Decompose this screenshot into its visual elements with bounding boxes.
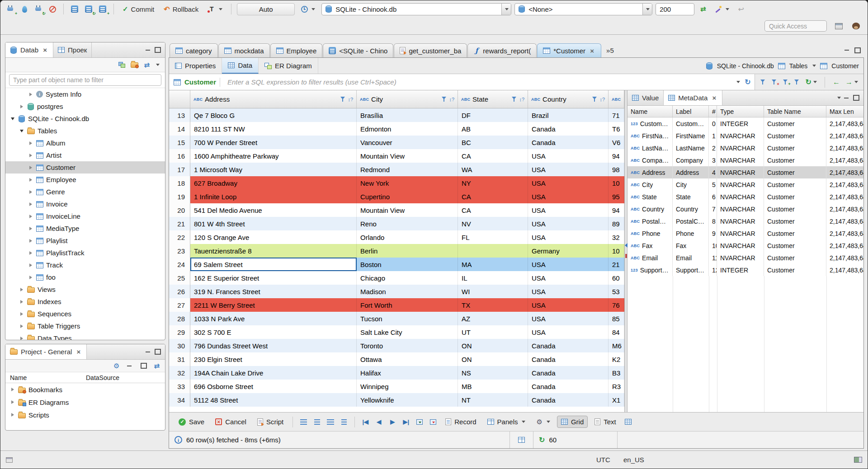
meta-cell-label[interactable]: Company [673,154,709,166]
expander-icon[interactable] [28,178,33,182]
dropdown-button[interactable] [501,4,511,15]
minimize-icon[interactable] [143,46,152,54]
row-number[interactable]: 14 [169,122,190,136]
cell-address[interactable]: 627 Broadway [190,176,357,190]
cell-city[interactable]: Cupertino [357,190,458,203]
meta-cell-maxlen[interactable]: 2,147,483,647 [826,154,863,166]
meta-cell-ordinal[interactable]: 9 [709,227,717,239]
cell-country[interactable]: USA [528,190,609,203]
cell-city[interactable]: Chicago [357,271,458,285]
row-number[interactable]: 27 [169,298,190,312]
cell-postal[interactable]: X1 [609,393,624,407]
row-number[interactable]: 21 [169,217,190,230]
grid-column-header[interactable]: ABC Address [190,90,357,108]
tree-item[interactable]: Customer [5,161,165,174]
undo-icon[interactable] [736,4,746,14]
column-header-datasource[interactable]: DataSource [86,374,119,381]
metadata-column-header[interactable]: Max Len [826,106,863,117]
magic-wand-button[interactable] [712,5,732,14]
cell-state[interactable]: WI [458,285,528,298]
cell-city[interactable]: Mountain View [357,149,458,163]
cell-state[interactable]: CA [458,149,528,163]
row-number[interactable]: 28 [169,312,190,325]
metadata-row[interactable]: ABCCity City 5 NVARCHAR Customer 2,147,4… [627,178,863,191]
expander-icon[interactable] [19,337,24,340]
meta-cell-label[interactable]: FirstName [673,130,709,142]
row-number[interactable]: 25 [169,271,190,285]
cell-city[interactable]: Edmonton [357,122,458,136]
expander-icon[interactable] [28,202,33,206]
meta-cell-table[interactable]: Customer [764,117,826,130]
meta-cell-table[interactable]: Customer [764,166,826,178]
row-number[interactable]: 22 [169,230,190,244]
cell-address[interactable]: 541 Del Medio Avenue [190,203,357,217]
cell-state[interactable]: UT [458,325,528,339]
meta-cell-table[interactable]: Customer [764,227,826,239]
cell-country[interactable]: USA [528,203,609,217]
expander-icon[interactable] [19,300,24,304]
meta-cell-name[interactable]: ABCPhone [627,227,673,239]
apply-filter-icon[interactable] [745,78,750,86]
cell-state[interactable]: NS [458,366,528,380]
minimize-icon[interactable] [842,46,851,54]
metadata-row[interactable]: 123SupportRepId SupportRepId 12 INTEGER … [627,264,863,276]
view-menu-icon[interactable] [156,64,160,66]
cell-postal[interactable]: M6 [609,339,624,352]
cell-postal[interactable]: R3 [609,380,624,393]
auto-refresh-icon[interactable] [539,436,545,444]
row-number[interactable]: 26 [169,285,190,298]
metadata-row[interactable]: ABCPostalCode PostalCode 8 NVARCHAR Cust… [627,215,863,227]
meta-cell-table[interactable]: Customer [764,203,826,215]
close-icon[interactable] [42,47,48,53]
minimize-icon[interactable] [842,94,851,102]
metadata-column-header[interactable]: Table Name [764,106,826,117]
meta-cell-name[interactable]: ABCCompany [627,154,673,166]
cell-city[interactable]: Brasília [357,108,458,122]
meta-cell-table[interactable]: Customer [764,178,826,191]
meta-cell-name[interactable]: ABCState [627,191,673,203]
cell-address[interactable]: 801 W 4th Street [190,217,357,230]
cell-country[interactable]: Canada [528,339,609,352]
grid-column-header[interactable]: ABC City [357,90,458,108]
row-number[interactable]: 23 [169,244,190,258]
meta-cell-type[interactable]: NVARCHAR [717,142,764,154]
cell-country[interactable]: USA [528,298,609,312]
row-number[interactable]: 19 [169,190,190,203]
panel-splitter[interactable] [624,90,627,412]
cell-state[interactable]: DF [458,108,528,122]
script-button[interactable]: Script [253,416,288,428]
recent-sql-editor-icon[interactable] [83,4,94,14]
metadata-row[interactable]: ABCLastName LastName 2 NVARCHAR Customer… [627,142,863,154]
meta-cell-label[interactable]: City [673,178,709,191]
cell-address[interactable]: 1600 Amphitheatre Parkway [190,149,357,163]
meta-cell-ordinal[interactable]: 0 [709,117,717,130]
meta-cell-ordinal[interactable]: 10 [709,239,717,252]
expander-icon[interactable] [28,276,33,279]
cell-address[interactable]: 700 W Pender Street [190,136,357,149]
filter-menu-icon[interactable] [794,79,800,85]
tree-item[interactable]: System Info [5,88,165,100]
sql-editor-icon[interactable] [69,4,80,14]
cell-postal[interactable]: 94 [609,149,624,163]
cell-address[interactable]: 69 Salem Street [190,258,357,271]
metadata-tab[interactable]: MetaData [664,90,722,105]
switch-presentation-icon[interactable] [623,417,634,427]
column-header-name[interactable]: Name [5,374,86,381]
cell-postal[interactable]: B3 [609,366,624,380]
meta-cell-type[interactable]: INTEGER [717,117,764,130]
meta-cell-name[interactable]: ABCEmail [627,252,673,264]
row-number[interactable]: 13 [169,108,190,122]
meta-cell-maxlen[interactable]: 2,147,483,647 [826,215,863,227]
cell-city[interactable]: Fort Worth [357,298,458,312]
maximize-icon[interactable] [153,348,162,356]
cell-address[interactable]: Tauentzienstraße 8 [190,244,357,258]
editor-tab[interactable]: category [170,43,218,57]
cell-postal[interactable]: 95 [609,190,624,203]
forward-icon[interactable] [845,78,853,86]
cell-postal[interactable]: 21 [609,258,624,271]
row-number[interactable]: 32 [169,366,190,380]
cell-postal[interactable]: V6 [609,136,624,149]
metadata-tab[interactable]: Value [627,90,664,105]
cell-city[interactable]: Toronto [357,339,458,352]
meta-cell-type[interactable]: NVARCHAR [717,239,764,252]
